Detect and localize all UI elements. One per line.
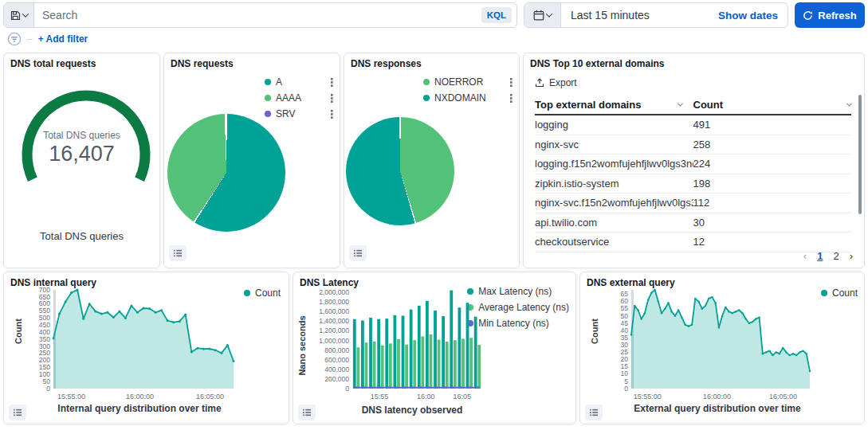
save-icon <box>10 10 21 21</box>
time-range-label[interactable]: Last 15 minutes <box>561 9 650 22</box>
legend-toggle-button[interactable] <box>349 245 367 261</box>
pagination-prev[interactable]: ‹ <box>803 250 807 262</box>
saved-queries-button[interactable] <box>4 3 34 27</box>
legend-dot <box>423 95 430 101</box>
chevron-down-icon[interactable] <box>677 100 682 106</box>
table-row: zipkin.istio-system198 <box>535 174 851 194</box>
export-button[interactable]: Export <box>535 77 577 88</box>
pie-chart-dns-requests[interactable] <box>167 114 285 232</box>
svg-text:16:05: 16:05 <box>453 393 471 401</box>
domain-cell: api.twilio.com <box>535 217 693 229</box>
legend-item-aaaa[interactable]: AAAA <box>265 90 333 106</box>
legend: NOERRORNXDOMAIN <box>423 74 513 106</box>
legend-toggle-button[interactable] <box>169 245 187 261</box>
svg-text:0: 0 <box>46 385 50 393</box>
y-axis-title: Count <box>590 307 599 355</box>
panel-top-external-domains: DNS Top 10 external domains Export Top e… <box>523 53 865 268</box>
svg-text:16:00:00: 16:00:00 <box>126 393 154 401</box>
legend-actions-icon[interactable] <box>504 94 513 103</box>
list-icon <box>174 249 182 257</box>
svg-text:10: 10 <box>621 369 629 377</box>
legend-actions-icon[interactable] <box>504 78 513 87</box>
panel-title: DNS responses <box>351 58 422 69</box>
y-axis-title: Nano seconds <box>297 310 307 381</box>
svg-text:50: 50 <box>43 377 51 385</box>
gauge-center-text: Total DNS queries 16,407 <box>4 130 159 166</box>
svg-text:1,400,000: 1,400,000 <box>319 317 349 325</box>
svg-text:55: 55 <box>621 304 629 312</box>
gauge-value: 16,407 <box>4 142 159 166</box>
filter-icon[interactable] <box>7 32 22 46</box>
scrollbar-thumb[interactable] <box>858 95 862 214</box>
legend-toggle-button[interactable] <box>9 405 26 420</box>
filter-bar: – + Add filter <box>7 32 88 46</box>
date-picker: Last 15 minutes Show dates <box>524 2 788 28</box>
legend-actions-icon[interactable] <box>324 94 333 103</box>
legend-actions-icon[interactable] <box>324 78 333 87</box>
panel-dns-internal-query: DNS internal query Count Count 050100150… <box>3 272 289 424</box>
search-input[interactable] <box>34 9 481 22</box>
area-chart-internal: 0501001502002503003504004505005506006507… <box>22 283 273 405</box>
legend-label: NXDOMAIN <box>434 92 486 104</box>
pie-chart-dns-responses[interactable] <box>346 117 454 225</box>
list-icon <box>590 408 598 416</box>
svg-text:25: 25 <box>621 348 629 356</box>
area-chart-external: 0510152025303540455055606515:55:0016:00:… <box>599 283 851 405</box>
kql-badge[interactable]: KQL <box>481 7 512 23</box>
svg-text:650: 650 <box>39 293 50 301</box>
svg-text:400: 400 <box>39 328 50 336</box>
calendar-button[interactable] <box>524 3 561 27</box>
svg-text:45: 45 <box>621 319 629 327</box>
chevron-down-icon <box>546 10 552 17</box>
svg-text:16:00: 16:00 <box>417 393 435 401</box>
pagination-page-2[interactable]: 2 <box>833 250 839 262</box>
legend-item-srv[interactable]: SRV <box>265 106 333 122</box>
legend-toggle-button[interactable] <box>585 405 603 420</box>
gauge-bottom-label: Total DNS queries <box>4 230 159 242</box>
legend-label: SRV <box>276 108 295 119</box>
svg-text:200,000: 200,000 <box>324 375 349 383</box>
svg-text:600,000: 600,000 <box>324 356 349 364</box>
pagination-page-1[interactable]: 1 <box>817 250 823 262</box>
legend-label: A <box>276 76 282 88</box>
table-header: Top external domains Count <box>535 95 851 115</box>
legend-item-a[interactable]: A <box>265 74 333 90</box>
panel-title: DNS requests <box>171 58 234 69</box>
legend-toggle-button[interactable] <box>298 405 316 420</box>
legend: AAAAASRV <box>265 74 333 122</box>
legend-dot <box>423 79 430 85</box>
list-icon <box>303 408 311 416</box>
add-filter-link[interactable]: + Add filter <box>38 33 88 45</box>
svg-text:250: 250 <box>39 349 50 357</box>
svg-text:35: 35 <box>621 334 629 342</box>
svg-text:65: 65 <box>621 290 629 298</box>
pagination-next[interactable]: › <box>850 250 853 262</box>
panel-dns-total-requests: DNS total requests Total DNS queries 16,… <box>3 53 160 268</box>
show-dates-link[interactable]: Show dates <box>718 10 787 22</box>
column-label: Top external domains <box>535 99 641 111</box>
count-cell: 198 <box>693 178 852 190</box>
export-label: Export <box>549 77 577 88</box>
chevron-down-icon[interactable] <box>846 100 852 106</box>
table-row: nginx-svc258 <box>535 135 851 155</box>
x-axis-title: External query distribution over time <box>614 403 821 414</box>
bar-chart-latency: 0200,000400,000600,000800,0001,000,0001,… <box>314 283 553 405</box>
column-header-count[interactable]: Count <box>693 99 852 111</box>
count-cell: 12 <box>693 236 852 248</box>
count-cell: 30 <box>693 217 852 229</box>
panel-dns-external-query: DNS external query Count Count 051015202… <box>579 272 865 424</box>
panel-title: DNS Top 10 external domains <box>530 58 665 69</box>
legend-item-noerror[interactable]: NOERROR <box>423 74 513 90</box>
x-axis-title: Internal query distribution over time <box>36 403 243 414</box>
svg-text:800,000: 800,000 <box>324 346 349 354</box>
column-header-domains[interactable]: Top external domains <box>535 99 693 111</box>
legend-actions-icon[interactable] <box>324 110 333 119</box>
legend-label: AAAA <box>276 92 301 104</box>
svg-text:0: 0 <box>624 385 628 393</box>
legend-item-nxdomain[interactable]: NXDOMAIN <box>423 90 513 106</box>
legend-dot <box>265 79 271 85</box>
refresh-button[interactable]: Refresh <box>795 2 865 28</box>
legend-dot <box>265 95 271 101</box>
refresh-icon <box>803 10 813 21</box>
table-row: api.twilio.com30 <box>535 213 851 233</box>
